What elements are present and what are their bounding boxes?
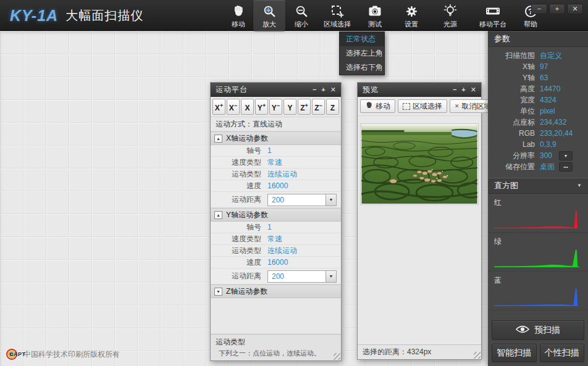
tool-label: 帮助 bbox=[524, 20, 537, 29]
param-combo-row: 运动距离 200 ▼ bbox=[211, 268, 341, 285]
tool-zoom-in[interactable]: 放大 bbox=[253, 0, 285, 31]
histogram-red-channel: 红 bbox=[488, 194, 588, 233]
param-resolution: 分辨率300 ▼ bbox=[488, 150, 588, 161]
minimize-button[interactable]: − bbox=[531, 4, 547, 14]
resize-grip[interactable] bbox=[474, 352, 481, 359]
help-desc: 下列之一：点位运动，连续运动。 bbox=[216, 349, 336, 358]
top-toolbar: KY-1A 大幅面扫描仪 移动 放大 缩小 bbox=[0, 0, 588, 31]
resolution-dropdown-button[interactable]: ▼ bbox=[559, 151, 573, 160]
tool-move[interactable]: 移动 bbox=[224, 0, 253, 31]
param-rgb: RGB233,20,44 bbox=[488, 128, 588, 139]
param-width: 宽度4324 bbox=[488, 94, 588, 106]
jog-x-button[interactable]: X bbox=[241, 99, 254, 115]
param-y-axis: Y轴63 bbox=[488, 72, 588, 83]
custom-scan-button[interactable]: 个性扫描 bbox=[540, 344, 585, 362]
chevron-down-icon[interactable]: ▼ bbox=[326, 194, 336, 206]
prescan-button[interactable]: 预扫描 bbox=[492, 320, 584, 340]
jog-y-plus-button[interactable]: Y+ bbox=[255, 99, 268, 115]
param-row: 轴号1 bbox=[211, 222, 341, 233]
tool-test[interactable]: 测试 bbox=[357, 0, 393, 31]
preview-region-select-button[interactable]: 区域选择 bbox=[398, 99, 447, 113]
motion-panel-help-box: 运动类型 下列之一：点位运动，连续运动。 bbox=[211, 334, 341, 360]
tool-settings[interactable]: 设置 bbox=[393, 0, 430, 31]
zoom-in-icon bbox=[262, 3, 277, 19]
hand-icon bbox=[365, 101, 373, 111]
histogram-blue-channel: 蓝 bbox=[488, 272, 588, 310]
resize-grip[interactable] bbox=[334, 353, 340, 360]
collapse-down-icon[interactable]: ▼ bbox=[214, 288, 222, 296]
browse-ellipsis-button[interactable]: ••• bbox=[559, 162, 573, 172]
region-select-icon bbox=[403, 103, 410, 110]
preview-panel: 预览 − + ✕ 移动 区域选择 ✕ 取消区域选择 bbox=[357, 82, 482, 360]
chevron-down-icon: ▼ bbox=[564, 154, 568, 158]
tool-light-source[interactable]: 光源 bbox=[430, 0, 471, 31]
preview-toolbar: 移动 区域选择 ✕ 取消区域选择 bbox=[358, 97, 481, 116]
close-button[interactable]: ✕ bbox=[567, 4, 583, 14]
collapse-up-icon[interactable]: ▲ bbox=[214, 135, 222, 143]
param-lab: Lab0,3,9 bbox=[488, 139, 588, 150]
panel-close-button[interactable]: ✕ bbox=[471, 86, 476, 93]
parameters-list: 扫描范围自定义 X轴97 Y轴63 高度14470 宽度4324 单位pixel… bbox=[488, 50, 588, 172]
motion-distance-combobox[interactable]: 200 ▼ bbox=[267, 194, 337, 206]
panel-close-button[interactable]: ✕ bbox=[330, 86, 336, 93]
param-combo-row: 运动距离 200 ▼ bbox=[211, 192, 341, 208]
camera-icon bbox=[368, 3, 382, 19]
x-axis-section-header[interactable]: ▲ X轴运动参数 bbox=[211, 131, 341, 145]
menu-item-select-bottom-right[interactable]: 选择右下角 bbox=[340, 60, 384, 75]
jog-z-plus-button[interactable]: Z+ bbox=[298, 99, 311, 115]
jog-x-plus-button[interactable]: X+ bbox=[212, 99, 225, 115]
panel-minimize-button[interactable]: − bbox=[453, 86, 456, 93]
param-row: 轴号1 bbox=[211, 145, 341, 157]
chevron-down-icon[interactable]: ▼ bbox=[326, 271, 336, 282]
section-title: Z轴运动参数 bbox=[226, 286, 267, 297]
maximize-button[interactable]: + bbox=[549, 4, 565, 14]
motion-distance-combobox[interactable]: 200 ▼ bbox=[267, 270, 337, 283]
jog-z-button[interactable]: Z bbox=[326, 99, 339, 115]
jog-x-minus-button[interactable]: X− bbox=[227, 99, 240, 115]
panel-minimize-button[interactable]: − bbox=[313, 86, 316, 93]
preview-photo[interactable] bbox=[361, 124, 478, 204]
panel-maximize-button[interactable]: + bbox=[461, 86, 465, 93]
tool-label: 区域选择 bbox=[324, 20, 351, 29]
region-select-icon bbox=[330, 3, 345, 19]
histogram-green-channel: 绿 bbox=[488, 233, 588, 272]
tool-label: 缩小 bbox=[295, 20, 308, 29]
preview-panel-titlebar[interactable]: 预览 − + ✕ bbox=[358, 83, 481, 97]
menu-item-select-top-left[interactable]: 选择左上角 bbox=[340, 46, 384, 60]
param-row: 运动类型连续运动 bbox=[211, 245, 341, 257]
green-histogram-plot bbox=[494, 249, 579, 267]
preview-move-button[interactable]: 移动 bbox=[360, 99, 395, 113]
tool-motion-platform[interactable]: 移动平台 bbox=[471, 0, 515, 31]
menu-item-normal-state[interactable]: 正常状态 bbox=[340, 32, 384, 46]
hand-icon bbox=[232, 3, 245, 19]
motion-panel-titlebar[interactable]: 运动平台 − + ✕ bbox=[211, 83, 341, 97]
tool-strip: 移动 放大 缩小 区域选择 bbox=[224, 0, 546, 31]
jog-y-minus-button[interactable]: Y− bbox=[269, 99, 282, 115]
selected-distance-text: 选择的距离：4324px bbox=[363, 347, 431, 356]
histogram-header[interactable]: 直方图 ▼ bbox=[488, 178, 588, 194]
param-height: 高度14470 bbox=[488, 83, 588, 94]
tool-label: 放大 bbox=[262, 20, 276, 29]
y-axis-section-header[interactable]: ▲ Y轴运动参数 bbox=[211, 208, 341, 222]
z-axis-section-header[interactable]: ▼ Z轴运动参数 bbox=[211, 285, 341, 298]
param-row: 速度16000 bbox=[211, 257, 341, 268]
parameters-sidebar: 参数 扫描范围自定义 X轴97 Y轴63 高度14470 宽度4324 单位pi… bbox=[488, 31, 588, 366]
blue-histogram-plot bbox=[494, 288, 579, 306]
section-title: X轴运动参数 bbox=[226, 133, 268, 144]
smart-scan-button[interactable]: 智能扫描 bbox=[492, 344, 537, 362]
param-row: 速度类型常速 bbox=[211, 233, 341, 245]
app-logo: KY-1A bbox=[10, 7, 58, 25]
jog-y-button[interactable]: Y bbox=[284, 99, 296, 115]
preview-status-bar: 选择的距离：4324px bbox=[358, 344, 481, 359]
brand: KY-1A 大幅面扫描仪 bbox=[10, 0, 143, 31]
panel-maximize-button[interactable]: + bbox=[321, 86, 325, 93]
scan-button-row: 智能扫描 个性扫描 bbox=[492, 344, 584, 362]
jog-z-minus-button[interactable]: Z− bbox=[312, 99, 325, 115]
collapse-up-icon[interactable]: ▲ bbox=[214, 211, 222, 219]
tool-region-select[interactable]: 区域选择 bbox=[317, 0, 357, 31]
tool-zoom-out[interactable]: 缩小 bbox=[285, 0, 317, 31]
region-select-menu: 正常状态 选择左上角 选择右下角 bbox=[339, 31, 385, 75]
help-title: 运动类型 bbox=[216, 337, 336, 347]
motion-mode-text: 运动方式：直线运动 bbox=[211, 117, 341, 131]
capt-logo-icon: CAPT bbox=[6, 349, 17, 360]
